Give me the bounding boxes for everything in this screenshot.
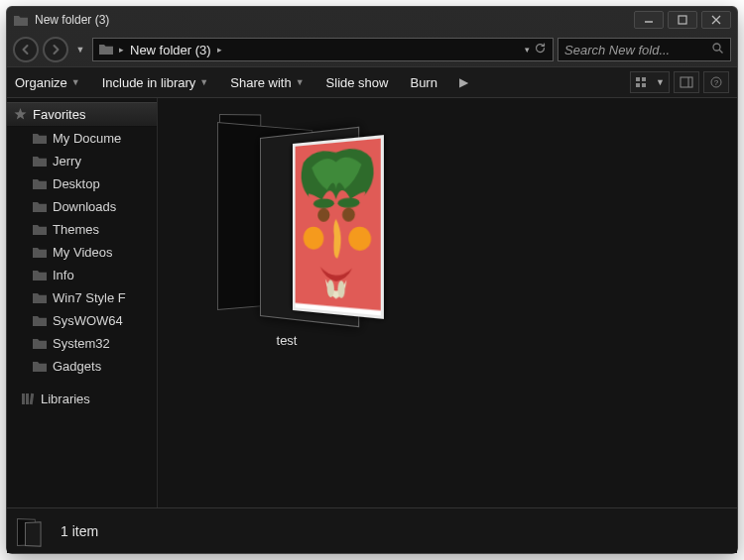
explorer-body: Favorites My Docume Jerry Desktop Downlo… bbox=[7, 98, 737, 507]
address-dropdown-icon[interactable]: ▾ bbox=[525, 45, 530, 55]
forward-button[interactable] bbox=[43, 37, 68, 62]
folder-preview-image bbox=[293, 135, 384, 319]
favorites-label: Favorites bbox=[33, 107, 85, 122]
folder-icon bbox=[33, 200, 47, 214]
folder-icon bbox=[33, 177, 47, 191]
burn-button[interactable]: Burn bbox=[410, 75, 436, 90]
command-bar: Organize▼ Include in library▼ Share with… bbox=[7, 66, 737, 98]
chevron-down-icon: ▼ bbox=[656, 77, 665, 87]
close-button[interactable] bbox=[701, 11, 731, 29]
folder-icon bbox=[33, 155, 47, 168]
folder-icon bbox=[33, 314, 47, 328]
organize-menu[interactable]: Organize▼ bbox=[15, 75, 80, 90]
sidebar-item[interactable]: My Docume bbox=[7, 127, 157, 150]
preview-pane-button[interactable] bbox=[674, 71, 699, 93]
star-icon bbox=[13, 108, 27, 122]
folder-item[interactable]: test bbox=[197, 108, 376, 348]
details-folder-icon bbox=[17, 512, 47, 550]
tiles-icon bbox=[635, 76, 647, 88]
svg-rect-7 bbox=[642, 83, 646, 87]
chevron-right-icon: ▸ bbox=[217, 45, 222, 55]
libraries-header[interactable]: Libraries bbox=[7, 392, 157, 406]
folder-icon bbox=[33, 291, 47, 305]
details-pane: 1 item bbox=[7, 507, 737, 553]
share-with-menu[interactable]: Share with▼ bbox=[230, 75, 304, 90]
navigation-pane: Favorites My Docume Jerry Desktop Downlo… bbox=[7, 98, 158, 507]
sidebar-item[interactable]: Win7 Style F bbox=[7, 286, 157, 309]
address-bar[interactable]: ▸ New folder (3) ▸ ▾ bbox=[92, 38, 554, 61]
libraries-icon bbox=[21, 392, 35, 406]
chevron-right-icon: ▸ bbox=[119, 45, 124, 55]
back-button[interactable] bbox=[13, 37, 39, 62]
explorer-window: New folder (3) ▼ ▸ New folder (3) ▸ ▾ Se… bbox=[6, 6, 738, 554]
svg-rect-1 bbox=[679, 16, 686, 24]
svg-rect-8 bbox=[681, 77, 692, 87]
window-title: New folder (3) bbox=[35, 13, 630, 27]
nav-row: ▼ ▸ New folder (3) ▸ ▾ Search New fold..… bbox=[7, 33, 737, 66]
svg-point-2 bbox=[713, 44, 720, 51]
view-controls: ▼ ? bbox=[630, 71, 729, 93]
sidebar-item[interactable]: Gadgets bbox=[7, 355, 157, 378]
window-icon bbox=[13, 12, 29, 28]
sidebar-item[interactable]: Downloads bbox=[7, 195, 157, 218]
favorites-header[interactable]: Favorites bbox=[7, 102, 157, 127]
items-view[interactable]: test bbox=[158, 98, 737, 507]
search-placeholder: Search New fold... bbox=[564, 43, 705, 57]
sidebar-item[interactable]: Themes bbox=[7, 218, 157, 241]
search-icon bbox=[711, 42, 724, 57]
svg-rect-14 bbox=[30, 393, 35, 404]
item-count: 1 item bbox=[61, 523, 98, 539]
minimize-button[interactable] bbox=[634, 11, 664, 29]
help-button[interactable]: ? bbox=[703, 71, 729, 93]
folder-icon bbox=[33, 360, 47, 374]
svg-rect-4 bbox=[636, 77, 640, 81]
svg-text:?: ? bbox=[714, 78, 719, 87]
folder-icon bbox=[33, 132, 47, 146]
folder-icon bbox=[33, 269, 47, 282]
titlebar: New folder (3) bbox=[7, 7, 737, 33]
sidebar-item[interactable]: Desktop bbox=[7, 172, 157, 195]
address-folder-icon bbox=[99, 43, 113, 57]
refresh-icon[interactable] bbox=[534, 42, 547, 57]
folder-icon bbox=[33, 337, 47, 351]
svg-rect-12 bbox=[22, 393, 25, 404]
sidebar-item[interactable]: My Videos bbox=[7, 241, 157, 264]
sidebar-item[interactable]: SysWOW64 bbox=[7, 309, 157, 332]
folder-thumbnail bbox=[205, 108, 369, 321]
sidebar-item[interactable]: Info bbox=[7, 264, 157, 286]
sidebar-item[interactable]: System32 bbox=[7, 332, 157, 355]
change-view-button[interactable]: ▼ bbox=[630, 71, 670, 93]
slideshow-button[interactable]: Slide show bbox=[326, 75, 389, 90]
svg-rect-6 bbox=[636, 83, 640, 87]
sidebar-item[interactable]: Jerry bbox=[7, 150, 157, 172]
search-input[interactable]: Search New fold... bbox=[558, 38, 731, 61]
include-in-library-menu[interactable]: Include in library▼ bbox=[102, 75, 209, 90]
svg-rect-5 bbox=[642, 77, 646, 81]
more-commands-button[interactable]: ▶ bbox=[459, 75, 468, 89]
breadcrumb[interactable]: New folder (3) bbox=[130, 43, 211, 57]
history-dropdown[interactable]: ▼ bbox=[72, 42, 88, 57]
folder-icon bbox=[33, 246, 47, 260]
svg-line-3 bbox=[719, 50, 722, 53]
maximize-button[interactable] bbox=[668, 11, 697, 29]
folder-label: test bbox=[197, 333, 376, 348]
folder-icon bbox=[33, 223, 47, 237]
window-controls bbox=[630, 11, 731, 29]
svg-rect-13 bbox=[26, 393, 29, 404]
